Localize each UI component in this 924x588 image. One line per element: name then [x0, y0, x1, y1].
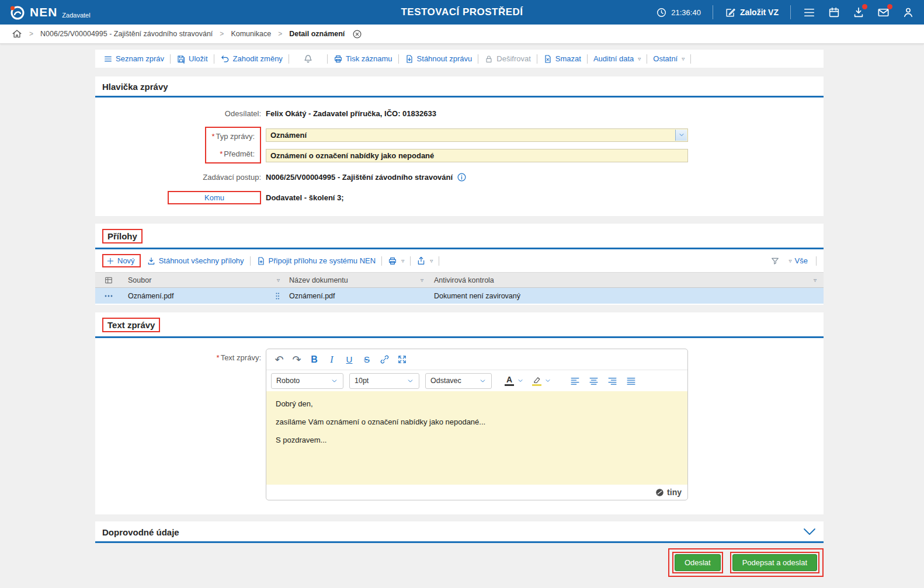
- message-body-textarea[interactable]: Dobrý den, zasíláme Vám oznámení o označ…: [266, 391, 687, 485]
- download-message-button[interactable]: Stáhnout zprávu: [405, 54, 473, 64]
- fullscreen-icon[interactable]: [394, 352, 410, 367]
- audit-data-menu[interactable]: Auditní data ▿: [593, 54, 641, 63]
- column-filter-icon[interactable]: ▿: [421, 277, 423, 283]
- toolbar-separator: [289, 54, 289, 64]
- breadcrumb-item-procedure[interactable]: N006/25/V00004995 - Zajištění závodního …: [40, 30, 213, 38]
- expand-section-chevron-icon[interactable]: [803, 527, 817, 537]
- sign-and-send-button[interactable]: Podepsat a odeslat: [732, 554, 817, 571]
- sign-send-button-annotation: Podepsat a odeslat: [730, 552, 819, 573]
- recipients-button[interactable]: Komu: [168, 191, 261, 204]
- chevron-down-icon[interactable]: [544, 377, 551, 384]
- toolbar-separator: [381, 256, 382, 266]
- toolbar-separator: [537, 54, 537, 64]
- attachment-row[interactable]: Oznámení.pdf Oznámení.pdf Dokument není …: [95, 288, 824, 304]
- editor-font-toolbar: Roboto 10pt Odstavec A: [266, 370, 687, 391]
- breadcrumb-item-komunikace[interactable]: Komunikace: [231, 30, 271, 38]
- align-right-icon[interactable]: [604, 373, 620, 388]
- top-header: NEN Zadavatel TESTOVACÍ PROSTŘEDÍ 21:36:…: [0, 0, 924, 25]
- downloads-button[interactable]: [852, 6, 865, 19]
- chevron-down-icon: [407, 377, 414, 385]
- strikethrough-icon[interactable]: S: [359, 352, 375, 367]
- text-color-icon[interactable]: A: [502, 373, 516, 388]
- section-title-text-zpravy: Text zprávy: [102, 318, 160, 332]
- chevron-down-icon: ▿: [638, 55, 641, 62]
- editor-redo-icon[interactable]: ↷: [289, 352, 305, 367]
- breadcrumb-item-current: Detail oznámení: [289, 30, 345, 38]
- discard-changes-button[interactable]: Zahodit změny: [220, 54, 283, 64]
- link-icon[interactable]: [376, 352, 392, 367]
- download-all-attachments-button[interactable]: Stáhnout všechny přílohy: [147, 256, 244, 266]
- required-marker: *: [217, 353, 220, 362]
- filter-all-menu[interactable]: ▿ Vše: [788, 256, 808, 265]
- record-toolbar: Seznam zpráv Uložit Zahodit změny Tisk z…: [95, 50, 824, 68]
- column-filter-icon[interactable]: ▿: [277, 277, 280, 283]
- font-family-select[interactable]: Roboto: [271, 373, 343, 389]
- procedure-label: Zadávací postup:: [95, 173, 266, 182]
- align-center-icon[interactable]: [585, 373, 602, 388]
- align-left-icon[interactable]: [567, 373, 583, 388]
- toolbar-separator: [587, 54, 588, 64]
- filter-icon[interactable]: [770, 256, 780, 266]
- messages-button[interactable]: [877, 6, 890, 19]
- message-list-button[interactable]: Seznam zpráv: [103, 54, 164, 64]
- underline-icon[interactable]: U: [341, 352, 357, 367]
- section-title-doprovodne: Doprovodné údaje: [102, 527, 179, 537]
- editor-undo-icon[interactable]: ↶: [271, 352, 287, 367]
- attachment-file-name[interactable]: Oznámení.pdf: [128, 292, 174, 300]
- export-attachments-menu[interactable]: ▿: [416, 256, 433, 266]
- filter-all-label: Vše: [795, 256, 808, 265]
- delete-button[interactable]: Smazat: [543, 54, 581, 64]
- grid-settings-icon[interactable]: [104, 276, 113, 285]
- close-tab-icon[interactable]: [352, 29, 362, 39]
- recipients-label: Komu: [204, 193, 224, 202]
- row-options-icon[interactable]: [104, 294, 113, 298]
- menu-icon[interactable]: [803, 6, 816, 19]
- chevron-down-icon: ▿: [789, 258, 792, 264]
- send-button[interactable]: Odeslat: [675, 554, 721, 571]
- recipients-value: Dodavatel - školení 3;: [266, 193, 344, 202]
- section-title-hlavicka: Hlavička zprávy: [102, 82, 168, 92]
- toolbar-separator: [690, 54, 691, 64]
- drag-handle-icon[interactable]: [275, 292, 280, 300]
- column-header-soubor: Soubor: [128, 276, 151, 284]
- print-attachments-menu[interactable]: ▿: [388, 256, 404, 266]
- calendar-icon[interactable]: [828, 6, 840, 19]
- clock-group: 21:36:40: [656, 7, 701, 18]
- create-vz-button[interactable]: Založit VZ: [725, 7, 779, 18]
- home-icon[interactable]: [12, 29, 22, 39]
- brand-name: NEN: [30, 5, 57, 20]
- notifications-button[interactable]: [295, 54, 321, 64]
- font-family-value: Roboto: [276, 377, 300, 385]
- other-menu[interactable]: Ostatní ▿: [653, 54, 685, 63]
- chevron-down-icon[interactable]: [517, 377, 524, 384]
- highlight-color-icon[interactable]: [530, 373, 544, 388]
- save-label: Uložit: [189, 54, 208, 63]
- lock-icon: [484, 54, 494, 64]
- tiny-brand-label[interactable]: tiny: [667, 488, 682, 497]
- tiny-logo-icon[interactable]: [655, 488, 664, 497]
- info-icon[interactable]: [457, 172, 467, 182]
- undo-icon: [220, 54, 230, 64]
- bold-icon[interactable]: B: [306, 352, 322, 367]
- new-attachment-button[interactable]: Nový: [102, 254, 141, 267]
- attach-from-nen-button[interactable]: Připojit přílohu ze systému NEN: [256, 256, 376, 266]
- nen-home-link[interactable]: NEN Zadavatel: [9, 5, 91, 20]
- attach-document-icon: [256, 256, 266, 266]
- align-justify-icon[interactable]: [623, 373, 639, 388]
- column-filter-icon[interactable]: ▿: [814, 277, 817, 283]
- toolbar-separator: [439, 256, 439, 266]
- subject-input[interactable]: Oznámení o označení nabídky jako nepodan…: [266, 149, 688, 162]
- rich-text-editor[interactable]: ↶ ↷ B I U S Roboto: [266, 349, 688, 500]
- topbar-separator: [790, 5, 791, 19]
- italic-icon[interactable]: I: [324, 352, 340, 367]
- save-button[interactable]: Uložit: [176, 54, 208, 64]
- user-icon[interactable]: [902, 6, 915, 19]
- block-format-select[interactable]: Odstavec: [425, 373, 492, 389]
- current-time: 21:36:40: [671, 8, 701, 17]
- nen-logo-icon: [9, 5, 25, 20]
- print-record-button[interactable]: Tisk záznamu: [334, 54, 392, 64]
- message-type-select[interactable]: Oznámení: [266, 128, 688, 142]
- decrypt-label: Dešifrovat: [496, 54, 531, 63]
- chevron-down-icon[interactable]: [675, 130, 687, 141]
- font-size-select[interactable]: 10pt: [349, 373, 419, 389]
